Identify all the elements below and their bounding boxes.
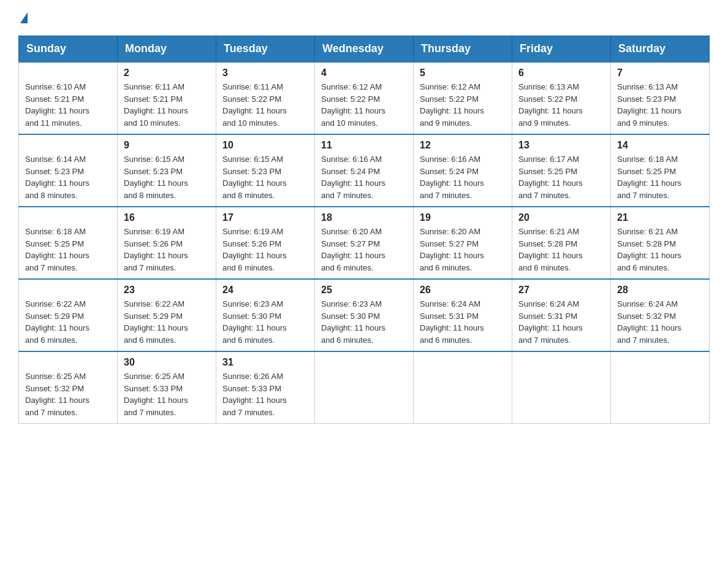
day-info: Sunrise: 6:13 AMSunset: 5:23 PMDaylight:… (617, 82, 681, 128)
day-number: 8 (25, 140, 111, 151)
calendar-cell: 17 Sunrise: 6:19 AMSunset: 5:26 PMDaylig… (216, 207, 315, 279)
day-info: Sunrise: 6:18 AMSunset: 5:25 PMDaylight:… (25, 227, 89, 272)
calendar-cell: 22 Sunrise: 6:22 AMSunset: 5:29 PMDaylig… (19, 279, 118, 351)
calendar-cell: 26 Sunrise: 6:24 AMSunset: 5:31 PMDaylig… (414, 279, 512, 351)
calendar-cell: 2 Sunrise: 6:11 AMSunset: 5:21 PMDayligh… (118, 62, 216, 134)
calendar-cell: 19 Sunrise: 6:20 AMSunset: 5:27 PMDaylig… (414, 207, 512, 279)
logo-triangle-icon (20, 12, 28, 23)
calendar-header-row: SundayMondayTuesdayWednesdayThursdayFrid… (19, 36, 710, 63)
calendar-cell: 11 Sunrise: 6:16 AMSunset: 5:24 PMDaylig… (315, 134, 414, 207)
calendar-cell: 16 Sunrise: 6:19 AMSunset: 5:26 PMDaylig… (118, 207, 216, 279)
calendar-cell: 8 Sunrise: 6:14 AMSunset: 5:23 PMDayligh… (19, 134, 118, 207)
calendar-cell: 3 Sunrise: 6:11 AMSunset: 5:22 PMDayligh… (216, 62, 315, 134)
calendar-cell: 5 Sunrise: 6:12 AMSunset: 5:22 PMDayligh… (414, 62, 512, 134)
day-number: 30 (124, 357, 210, 368)
page-header (18, 12, 710, 23)
header-sunday: Sunday (19, 36, 118, 63)
day-info: Sunrise: 6:26 AMSunset: 5:33 PMDaylight:… (222, 372, 287, 417)
day-number: 23 (124, 285, 210, 296)
day-number: 11 (321, 140, 407, 151)
day-info: Sunrise: 6:19 AMSunset: 5:26 PMDaylight:… (222, 227, 287, 272)
day-number: 31 (222, 357, 308, 368)
day-number: 4 (321, 67, 407, 79)
day-info: Sunrise: 6:23 AMSunset: 5:30 PMDaylight:… (222, 299, 287, 345)
header-thursday: Thursday (414, 36, 512, 63)
calendar-cell: 1 Sunrise: 6:10 AMSunset: 5:21 PMDayligh… (19, 62, 118, 134)
calendar-cell: 20 Sunrise: 6:21 AMSunset: 5:28 PMDaylig… (512, 207, 611, 279)
day-info: Sunrise: 6:19 AMSunset: 5:26 PMDaylight:… (124, 227, 188, 272)
day-info: Sunrise: 6:25 AMSunset: 5:33 PMDaylight:… (124, 372, 188, 417)
calendar-cell (512, 351, 611, 424)
day-number: 29 (25, 357, 111, 368)
day-number: 22 (25, 285, 111, 296)
day-number: 15 (25, 212, 111, 223)
day-info: Sunrise: 6:11 AMSunset: 5:21 PMDaylight:… (124, 82, 188, 128)
day-info: Sunrise: 6:15 AMSunset: 5:23 PMDaylight:… (124, 155, 188, 200)
day-info: Sunrise: 6:21 AMSunset: 5:28 PMDaylight:… (617, 227, 681, 272)
calendar-cell: 25 Sunrise: 6:23 AMSunset: 5:30 PMDaylig… (315, 279, 414, 351)
day-info: Sunrise: 6:24 AMSunset: 5:32 PMDaylight:… (617, 299, 681, 345)
day-number: 2 (124, 67, 210, 79)
calendar-cell: 4 Sunrise: 6:12 AMSunset: 5:22 PMDayligh… (315, 62, 414, 134)
day-info: Sunrise: 6:12 AMSunset: 5:22 PMDaylight:… (420, 82, 484, 128)
day-info: Sunrise: 6:22 AMSunset: 5:29 PMDaylight:… (25, 299, 89, 345)
day-number: 18 (321, 212, 407, 223)
calendar-cell: 10 Sunrise: 6:15 AMSunset: 5:23 PMDaylig… (216, 134, 315, 207)
day-info: Sunrise: 6:20 AMSunset: 5:27 PMDaylight:… (420, 227, 484, 272)
day-number: 16 (124, 212, 210, 223)
calendar-cell (414, 351, 512, 424)
calendar-cell: 12 Sunrise: 6:16 AMSunset: 5:24 PMDaylig… (414, 134, 512, 207)
day-number: 5 (420, 67, 506, 79)
header-tuesday: Tuesday (216, 36, 315, 63)
day-number: 20 (518, 212, 604, 223)
calendar-cell (315, 351, 414, 424)
day-number: 25 (321, 285, 407, 296)
calendar-cell: 23 Sunrise: 6:22 AMSunset: 5:29 PMDaylig… (118, 279, 216, 351)
header-monday: Monday (118, 36, 216, 63)
calendar-week-2: 8 Sunrise: 6:14 AMSunset: 5:23 PMDayligh… (19, 134, 710, 207)
day-number: 12 (420, 140, 506, 151)
calendar-table: SundayMondayTuesdayWednesdayThursdayFrid… (18, 36, 710, 424)
day-info: Sunrise: 6:21 AMSunset: 5:28 PMDaylight:… (518, 227, 583, 272)
logo (18, 12, 28, 23)
day-number: 9 (124, 140, 210, 151)
day-number: 17 (222, 212, 308, 223)
day-info: Sunrise: 6:22 AMSunset: 5:29 PMDaylight:… (124, 299, 188, 345)
calendar-cell: 18 Sunrise: 6:20 AMSunset: 5:27 PMDaylig… (315, 207, 414, 279)
calendar-cell: 31 Sunrise: 6:26 AMSunset: 5:33 PMDaylig… (216, 351, 315, 424)
day-info: Sunrise: 6:16 AMSunset: 5:24 PMDaylight:… (420, 155, 484, 200)
day-number: 10 (222, 140, 308, 151)
calendar-cell: 24 Sunrise: 6:23 AMSunset: 5:30 PMDaylig… (216, 279, 315, 351)
day-info: Sunrise: 6:10 AMSunset: 5:21 PMDaylight:… (25, 82, 89, 128)
day-info: Sunrise: 6:24 AMSunset: 5:31 PMDaylight:… (518, 299, 583, 345)
calendar-cell: 27 Sunrise: 6:24 AMSunset: 5:31 PMDaylig… (512, 279, 611, 351)
calendar-cell: 15 Sunrise: 6:18 AMSunset: 5:25 PMDaylig… (19, 207, 118, 279)
header-friday: Friday (512, 36, 611, 63)
day-info: Sunrise: 6:16 AMSunset: 5:24 PMDaylight:… (321, 155, 385, 200)
day-info: Sunrise: 6:17 AMSunset: 5:25 PMDaylight:… (518, 155, 583, 200)
day-info: Sunrise: 6:15 AMSunset: 5:23 PMDaylight:… (222, 155, 287, 200)
day-info: Sunrise: 6:25 AMSunset: 5:32 PMDaylight:… (25, 372, 89, 417)
calendar-cell: 21 Sunrise: 6:21 AMSunset: 5:28 PMDaylig… (611, 207, 710, 279)
day-number: 13 (518, 140, 604, 151)
calendar-cell: 14 Sunrise: 6:18 AMSunset: 5:25 PMDaylig… (611, 134, 710, 207)
day-number: 3 (222, 67, 308, 79)
day-info: Sunrise: 6:11 AMSunset: 5:22 PMDaylight:… (222, 82, 287, 128)
day-number: 27 (518, 285, 604, 296)
calendar-cell: 9 Sunrise: 6:15 AMSunset: 5:23 PMDayligh… (118, 134, 216, 207)
day-info: Sunrise: 6:20 AMSunset: 5:27 PMDaylight:… (321, 227, 385, 272)
day-info: Sunrise: 6:18 AMSunset: 5:25 PMDaylight:… (617, 155, 681, 200)
day-number: 28 (617, 285, 703, 296)
calendar-cell: 13 Sunrise: 6:17 AMSunset: 5:25 PMDaylig… (512, 134, 611, 207)
day-info: Sunrise: 6:12 AMSunset: 5:22 PMDaylight:… (321, 82, 385, 128)
day-info: Sunrise: 6:14 AMSunset: 5:23 PMDaylight:… (25, 155, 89, 200)
calendar-cell: 28 Sunrise: 6:24 AMSunset: 5:32 PMDaylig… (611, 279, 710, 351)
day-info: Sunrise: 6:23 AMSunset: 5:30 PMDaylight:… (321, 299, 385, 345)
day-number: 14 (617, 140, 703, 151)
day-number: 7 (617, 67, 703, 79)
calendar-cell (611, 351, 710, 424)
calendar-week-5: 29 Sunrise: 6:25 AMSunset: 5:32 PMDaylig… (19, 351, 710, 424)
day-info: Sunrise: 6:13 AMSunset: 5:22 PMDaylight:… (518, 82, 583, 128)
day-number: 1 (25, 67, 111, 79)
day-number: 26 (420, 285, 506, 296)
